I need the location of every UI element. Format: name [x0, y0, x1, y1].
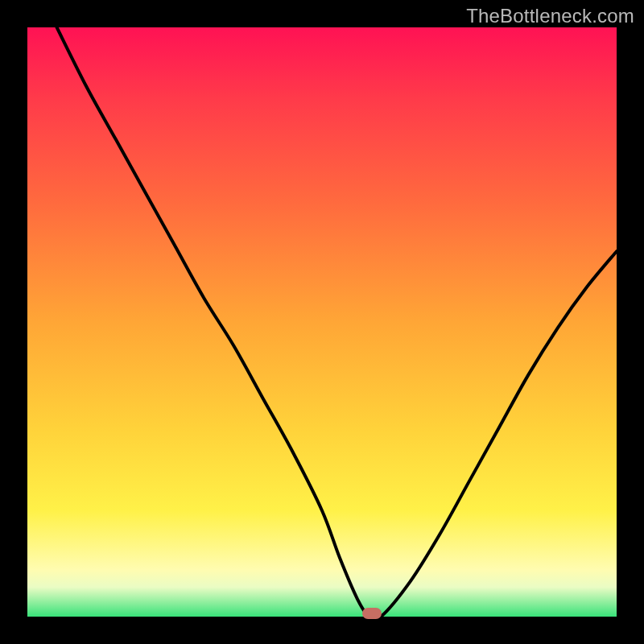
watermark-text: TheBottleneck.com — [466, 5, 634, 27]
curve-svg — [27, 27, 617, 617]
plot-area — [27, 27, 617, 617]
bottleneck-curve — [57, 27, 617, 617]
chart-frame: TheBottleneck.com — [0, 0, 644, 644]
minimum-marker — [362, 608, 382, 619]
